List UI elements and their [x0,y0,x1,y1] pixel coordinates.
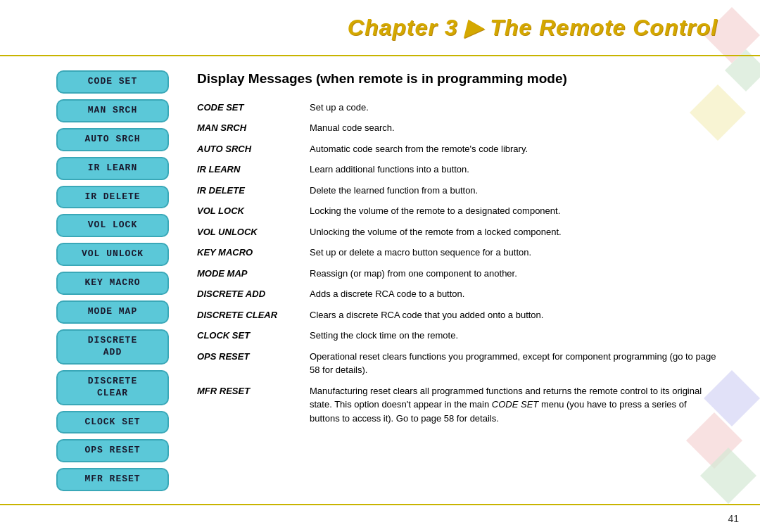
section-title: Display Messages (when remote is in prog… [197,70,718,88]
def-desc: Adds a discrete RCA code to a button. [310,287,718,301]
def-term: VOL UNLOCK [197,225,310,239]
sidebar-button[interactable]: CLOCK SET [56,411,169,434]
header: Chapter 3 ▶ The Remote Control [0,0,760,56]
def-term: MAN SRCH [197,121,310,135]
sidebar-button[interactable]: CODE SET [56,70,169,94]
definition-row: IR LEARNLearn additional functions into … [197,163,718,177]
sidebar: CODE SETMAN SRCHAUTO SRCHIR LEARNIR DELE… [56,70,169,491]
def-term: DISCRETE CLEAR [197,308,310,322]
def-desc: Clears a discrete RCA code that you adde… [310,308,718,322]
sidebar-button[interactable]: VOL LOCK [56,214,169,237]
sidebar-button[interactable]: MAN SRCH [56,99,169,122]
footer: 41 [0,504,760,532]
def-desc: Unlocking the volume of the remote from … [310,225,718,239]
definition-row: KEY MACROSet up or delete a macro button… [197,246,718,260]
chapter-title: Chapter 3 ▶ The Remote Control [348,14,718,41]
definition-table: CODE SETSet up a code.MAN SRCHManual cod… [197,101,718,426]
def-term: MFR RESET [197,384,310,398]
def-term: VOL LOCK [197,204,310,218]
definition-row: DISCRETE ADDAdds a discrete RCA code to … [197,287,718,301]
def-term: OPS RESET [197,350,310,364]
definition-row: MAN SRCHManual code search. [197,121,718,135]
definition-row: MODE MAPReassign (or map) from one compo… [197,267,718,281]
sidebar-button[interactable]: VOL UNLOCK [56,243,169,266]
sidebar-button[interactable]: OPS RESET [56,439,169,462]
def-desc: Locking the volume of the remote to a de… [310,204,718,218]
definition-row: DISCRETE CLEARClears a discrete RCA code… [197,308,718,322]
sidebar-button[interactable]: MODE MAP [56,300,169,324]
sidebar-button[interactable]: DISCRETE ADD [56,329,169,365]
sidebar-button[interactable]: MFR RESET [56,468,169,491]
sidebar-button[interactable]: AUTO SRCH [56,128,169,151]
def-desc: Operational reset clears functions you p… [310,350,718,377]
def-desc: Delete the learned function from a butto… [310,184,718,198]
def-desc: Automatic code search from the remote's … [310,142,718,156]
sidebar-button[interactable]: IR DELETE [56,186,169,209]
sidebar-button[interactable]: DISCRETE CLEAR [56,370,169,405]
definition-row: VOL LOCKLocking the volume of the remote… [197,204,718,218]
definition-row: CODE SETSet up a code. [197,101,718,115]
def-term: CODE SET [197,101,310,115]
def-term: CLOCK SET [197,329,310,343]
def-term: DISCRETE ADD [197,287,310,301]
definition-row: OPS RESETOperational reset clears functi… [197,350,718,377]
def-desc: Manufacturing reset clears all programme… [310,384,718,426]
definition-row: IR DELETEDelete the learned function fro… [197,184,718,198]
definition-row: AUTO SRCHAutomatic code search from the … [197,142,718,156]
def-term: IR DELETE [197,184,310,198]
main-content: Display Messages (when remote is in prog… [197,70,718,497]
def-desc: Manual code search. [310,121,718,135]
def-term: IR LEARN [197,163,310,177]
def-desc: Set up or delete a macro button sequence… [310,246,718,260]
definition-row: VOL UNLOCKUnlocking the volume of the re… [197,225,718,239]
def-desc: Learn additional functions into a button… [310,163,718,177]
sidebar-button[interactable]: KEY MACRO [56,272,169,295]
def-term: MODE MAP [197,267,310,281]
def-desc: Set up a code. [310,101,718,115]
def-desc: Setting the clock time on the remote. [310,329,718,343]
def-term: KEY MACRO [197,246,310,260]
page-number: 41 [728,513,739,524]
def-desc: Reassign (or map) from one component to … [310,267,718,281]
definition-row: MFR RESETManufacturing reset clears all … [197,384,718,426]
def-term: AUTO SRCH [197,142,310,156]
definition-row: CLOCK SETSetting the clock time on the r… [197,329,718,343]
sidebar-button[interactable]: IR LEARN [56,157,169,180]
